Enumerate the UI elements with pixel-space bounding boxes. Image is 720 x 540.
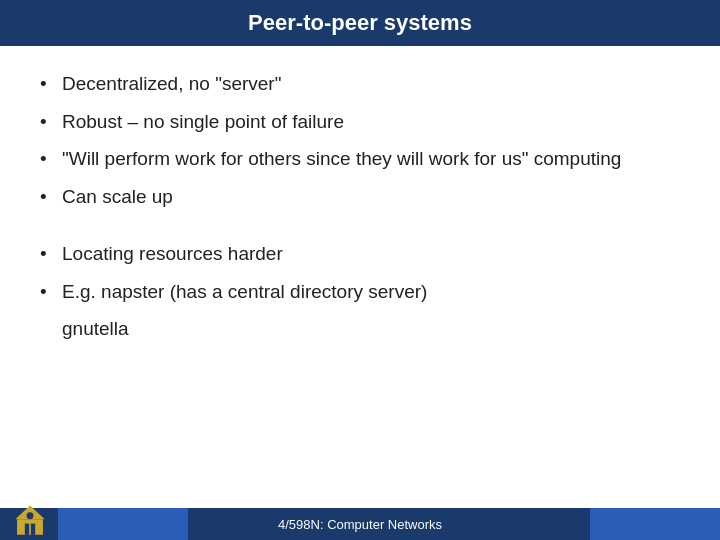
bullet-indent-gnutella: gnutella — [40, 315, 680, 343]
bullet-text-3: "Will perform work for others since they… — [62, 145, 680, 173]
bullet-item-1: • Decentralized, no "server" — [40, 70, 680, 98]
slide-container: Peer-to-peer systems • Decentralized, no… — [0, 0, 720, 540]
bullet-item-2: • Robust – no single point of failure — [40, 108, 680, 136]
bullet-dot-6: • — [40, 278, 62, 306]
bullet-text-1: Decentralized, no "server" — [62, 70, 680, 98]
bullet-dot-1: • — [40, 70, 62, 98]
bullet-dot-3: • — [40, 145, 62, 173]
footer-center-text: 4/598N: Computer Networks — [278, 517, 442, 532]
slide-title: Peer-to-peer systems — [0, 0, 720, 46]
bullet-dot-5: • — [40, 240, 62, 268]
svg-rect-0 — [17, 519, 43, 535]
footer-logo — [8, 496, 52, 540]
title-text: Peer-to-peer systems — [248, 10, 472, 35]
indent-text: gnutella — [62, 318, 129, 339]
bullet-text-4: Can scale up — [62, 183, 680, 211]
bullet-item-4: • Can scale up — [40, 183, 680, 211]
bullet-text-6: E.g. napster (has a central directory se… — [62, 278, 680, 306]
svg-point-2 — [27, 512, 34, 519]
bullet-text-2: Robust – no single point of failure — [62, 108, 680, 136]
bullet-text-5: Locating resources harder — [62, 240, 680, 268]
footer-bar-left — [58, 508, 188, 540]
footer-bar-right — [590, 508, 720, 540]
logo-icon — [11, 502, 49, 540]
slide-footer: 4/598N: Computer Networks — [0, 508, 720, 540]
svg-rect-4 — [31, 524, 35, 535]
svg-rect-3 — [25, 524, 29, 535]
bullet-item-6: • E.g. napster (has a central directory … — [40, 278, 680, 306]
bullet-dot-4: • — [40, 183, 62, 211]
bullet-item-5: • Locating resources harder — [40, 240, 680, 268]
bullet-group-1: • Decentralized, no "server" • Robust – … — [40, 70, 680, 220]
slide-content: • Decentralized, no "server" • Robust – … — [0, 46, 720, 508]
bullet-dot-2: • — [40, 108, 62, 136]
bullet-group-2: • Locating resources harder • E.g. napst… — [40, 240, 680, 353]
bullet-item-3: • "Will perform work for others since th… — [40, 145, 680, 173]
